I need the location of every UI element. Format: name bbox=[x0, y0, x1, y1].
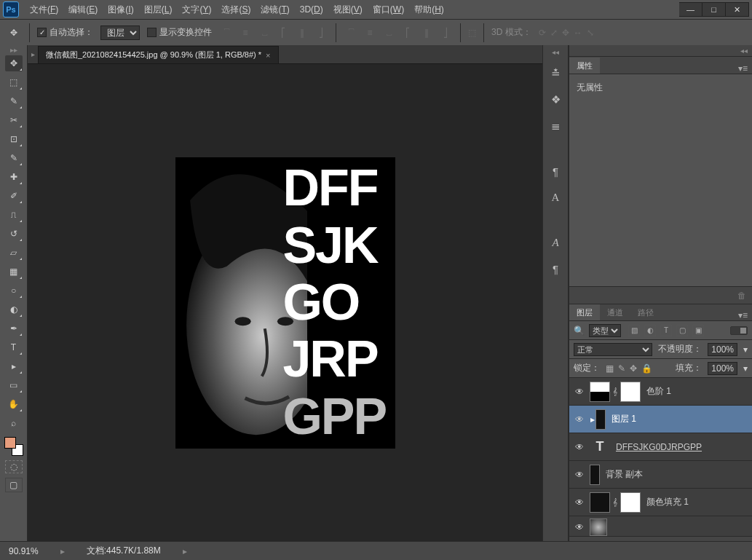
trash-icon[interactable]: 🗑 bbox=[737, 291, 746, 301]
layers-panel-icon[interactable]: ≣ bbox=[547, 117, 564, 135]
status-menu-icon[interactable]: ▸ bbox=[183, 546, 187, 556]
search-icon[interactable]: 🔍 bbox=[574, 326, 585, 336]
color-swatches[interactable] bbox=[4, 437, 23, 456]
dodge-tool[interactable]: ◐ bbox=[5, 301, 23, 318]
layers-panel-menu-icon[interactable]: ▾≡ bbox=[734, 310, 752, 320]
mask-thumb[interactable] bbox=[620, 492, 641, 513]
distribute-vcenter-icon[interactable]: ≡ bbox=[363, 25, 377, 40]
path-select-tool[interactable]: ▸ bbox=[5, 358, 23, 374]
visibility-icon[interactable]: 👁 bbox=[569, 497, 590, 508]
distribute-right-icon[interactable]: ⎦ bbox=[438, 25, 453, 40]
eraser-tool[interactable]: ▱ bbox=[5, 245, 23, 261]
layer-thumb[interactable] bbox=[590, 465, 600, 485]
orbit-3d-icon[interactable]: ⟳ bbox=[539, 28, 546, 38]
visibility-icon[interactable]: 👁 bbox=[569, 414, 590, 425]
brush-tool[interactable]: ✐ bbox=[5, 188, 23, 204]
align-bottom-icon[interactable]: ⎵ bbox=[257, 25, 272, 40]
menu-3d[interactable]: 3D(D) bbox=[295, 0, 328, 19]
lock-transparent-icon[interactable]: ▦ bbox=[606, 363, 614, 374]
visibility-icon[interactable]: 👁 bbox=[569, 522, 590, 532]
layer-row[interactable]: 👁 T DFFSJKG0DJRPGPP bbox=[569, 433, 752, 461]
toolbox-collapse-icon[interactable]: ▸▸ bbox=[0, 47, 27, 54]
tab-channels[interactable]: 通道 bbox=[600, 304, 630, 320]
canvas-viewport[interactable]: DFF SJK GO JRP GPP bbox=[28, 64, 542, 541]
expand-icon[interactable]: ▸ bbox=[60, 546, 65, 556]
distribute-hcenter-icon[interactable]: ‖ bbox=[419, 25, 434, 40]
adjustments-panel-icon[interactable]: ≛ bbox=[547, 65, 564, 82]
opacity-value[interactable]: 100% bbox=[708, 343, 737, 356]
foreground-color[interactable] bbox=[4, 437, 16, 449]
pen-tool[interactable]: ✒ bbox=[5, 320, 23, 336]
blend-mode-select[interactable]: 正常 bbox=[574, 343, 652, 356]
layer-name[interactable]: 颜色填充 1 bbox=[646, 496, 689, 508]
document-tab[interactable]: 微信截图_20210824154425.jpg @ 90.9% (图层 1, R… bbox=[38, 46, 279, 63]
tool-preset-move-icon[interactable]: ✥ bbox=[6, 25, 22, 41]
heal-tool[interactable]: ✚ bbox=[5, 169, 23, 185]
filter-toggle[interactable] bbox=[730, 326, 748, 335]
history-brush-tool[interactable]: ↺ bbox=[5, 226, 23, 242]
filter-shape-icon[interactable]: ▢ bbox=[676, 325, 688, 336]
distribute-left-icon[interactable]: ⎡ bbox=[400, 25, 415, 40]
tabbar-collapse-icon[interactable]: ▸ bbox=[28, 50, 38, 58]
shape-tool[interactable]: ▭ bbox=[5, 377, 23, 393]
layer-row[interactable]: 👁 ▸ 图层 1 bbox=[569, 406, 752, 433]
align-top-icon[interactable]: ⎴ bbox=[219, 25, 234, 40]
menu-layer[interactable]: 图层(L) bbox=[139, 0, 178, 19]
tab-properties[interactable]: 属性 bbox=[569, 58, 600, 74]
paragraph-panel-icon[interactable]: A bbox=[547, 189, 564, 206]
layer-name[interactable]: 图层 1 bbox=[612, 413, 636, 425]
type-tool[interactable]: T bbox=[5, 339, 23, 355]
layer-row[interactable]: 👁 背景 副本 bbox=[569, 461, 752, 489]
filter-pixel-icon[interactable]: ▧ bbox=[628, 325, 640, 336]
tab-paths[interactable]: 路径 bbox=[630, 304, 661, 320]
align-right-icon[interactable]: ⎦ bbox=[314, 25, 328, 40]
layer-name[interactable]: 色阶 1 bbox=[646, 385, 671, 398]
properties-panel-menu-icon[interactable]: ▾≡ bbox=[734, 63, 752, 74]
slide-3d-icon[interactable]: ↔ bbox=[574, 28, 582, 38]
marquee-tool[interactable]: ⬚ bbox=[5, 74, 23, 90]
layer-row[interactable]: 👁 bbox=[569, 516, 752, 536]
menu-file[interactable]: 文件(F) bbox=[25, 0, 63, 19]
lock-pixels-icon[interactable]: ✎ bbox=[618, 363, 625, 374]
visibility-icon[interactable]: 👁 bbox=[569, 387, 590, 397]
quick-select-tool[interactable]: ✂ bbox=[5, 112, 23, 128]
gradient-tool[interactable]: ▦ bbox=[5, 264, 23, 280]
eyedropper-tool[interactable]: ✎ bbox=[5, 150, 23, 166]
lock-position-icon[interactable]: ✥ bbox=[630, 363, 637, 374]
blur-tool[interactable]: ○ bbox=[5, 283, 23, 299]
tab-layers[interactable]: 图层 bbox=[569, 304, 600, 320]
filter-kind-select[interactable]: 类型 bbox=[589, 324, 621, 337]
doc-size-readout[interactable]: 文档:445.7K/1.88M bbox=[87, 545, 161, 557]
strip-collapse-icon[interactable]: ◂◂ bbox=[552, 48, 559, 56]
menu-help[interactable]: 帮助(H) bbox=[409, 0, 449, 19]
rightcol-collapse-icon[interactable]: ◂◂ bbox=[569, 45, 752, 56]
filter-smart-icon[interactable]: ▣ bbox=[692, 325, 704, 336]
visibility-icon[interactable]: 👁 bbox=[569, 470, 590, 480]
close-tab-icon[interactable]: × bbox=[266, 51, 270, 60]
filter-adjust-icon[interactable]: ◐ bbox=[644, 325, 656, 336]
layer-thumb[interactable] bbox=[595, 409, 606, 430]
mask-thumb[interactable] bbox=[620, 382, 641, 402]
layer-row[interactable]: 👁 𝄞 色阶 1 bbox=[569, 378, 752, 406]
layer-name[interactable]: DFFSJKG0DJRPGPP bbox=[616, 442, 702, 452]
layer-thumb[interactable] bbox=[590, 492, 610, 513]
zoom-tool[interactable]: ⌕ bbox=[5, 415, 23, 431]
move-tool[interactable]: ✥ bbox=[5, 55, 23, 71]
window-min-button[interactable]: — bbox=[679, 2, 702, 17]
menu-window[interactable]: 窗口(W) bbox=[368, 0, 409, 19]
align-vcenter-icon[interactable]: ≡ bbox=[238, 25, 253, 40]
distribute-top-icon[interactable]: ⎴ bbox=[344, 25, 358, 40]
align-hcenter-icon[interactable]: ‖ bbox=[295, 25, 309, 40]
stamp-tool[interactable]: ⎍ bbox=[5, 207, 23, 223]
character-panel-icon[interactable]: ¶ bbox=[547, 162, 564, 180]
layer-thumb[interactable] bbox=[590, 518, 607, 536]
zoom-readout[interactable]: 90.91% bbox=[9, 546, 39, 556]
paragraph2-panel-icon[interactable]: ¶ bbox=[547, 260, 564, 277]
menu-filter[interactable]: 滤镜(T) bbox=[256, 0, 294, 19]
filter-type-icon[interactable]: T bbox=[660, 325, 672, 336]
layer-row[interactable]: 👁 𝄞 颜色填充 1 bbox=[569, 489, 752, 516]
menu-image[interactable]: 图像(I) bbox=[103, 0, 138, 19]
scale-3d-icon[interactable]: ⤡ bbox=[587, 28, 594, 38]
lasso-tool[interactable]: ✎ bbox=[5, 93, 23, 109]
crop-tool[interactable]: ⊡ bbox=[5, 131, 23, 147]
